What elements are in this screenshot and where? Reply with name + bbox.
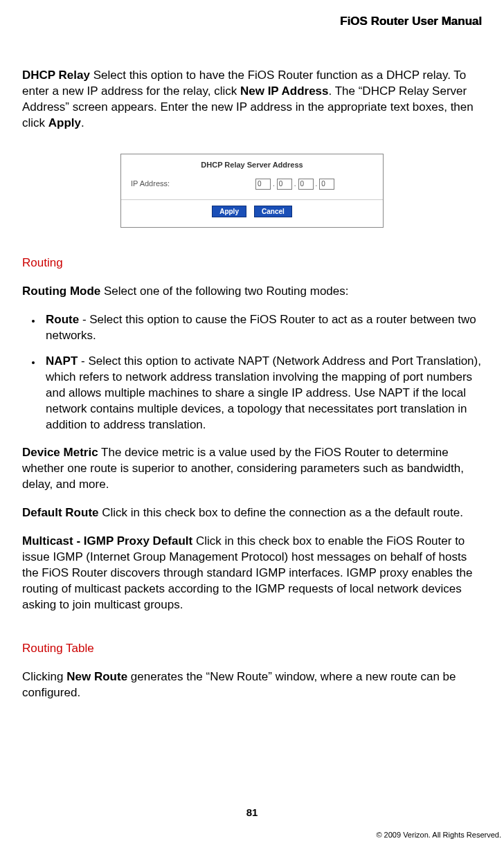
routing-heading: Routing	[22, 255, 482, 271]
ip-address-input-group: 0 . 0 . 0 . 0	[255, 179, 334, 190]
ip-address-label: IP Address:	[131, 179, 255, 189]
route-label: Route	[46, 313, 79, 326]
device-metric-paragraph: Device Metric The device metric is a val…	[22, 445, 482, 493]
ip-octet-3[interactable]: 0	[298, 179, 314, 190]
figure-title: DHCP Relay Server Address	[121, 160, 383, 170]
ip-octet-4[interactable]: 0	[319, 179, 334, 190]
text: Select one of the following two Routing …	[100, 284, 348, 298]
default-route-label: Default Route	[22, 506, 99, 519]
routing-table-heading: Routing Table	[22, 641, 482, 657]
device-metric-label: Device Metric	[22, 446, 98, 459]
text: - Select this option to activate NAPT (N…	[46, 354, 481, 431]
text: - Select this option to cause the FiOS R…	[46, 313, 476, 342]
dhcp-relay-figure: DHCP Relay Server Address IP Address: 0 …	[120, 154, 384, 228]
multicast-label: Multicast - IGMP Proxy Default	[22, 534, 192, 548]
multicast-paragraph: Multicast - IGMP Proxy Default Click in …	[22, 534, 482, 613]
copyright: © 2009 Verizon. All Rights Reserved.	[376, 830, 501, 840]
text: .	[81, 116, 84, 129]
routing-mode-label: Routing Mode	[22, 284, 100, 298]
page-header: FiOS Router User Manual	[22, 14, 482, 30]
route-list-item: Route - Select this option to cause the …	[42, 312, 482, 344]
ip-octet-1[interactable]: 0	[255, 179, 271, 190]
apply-button[interactable]: Apply	[212, 206, 246, 218]
apply-label: Apply	[48, 116, 81, 129]
new-ip-address-label: New IP Address	[240, 84, 329, 98]
napt-list-item: NAPT - Select this option to activate NA…	[42, 354, 482, 433]
dot: .	[272, 179, 276, 189]
routing-mode-paragraph: Routing Mode Select one of the following…	[22, 284, 482, 300]
default-route-paragraph: Default Route Click in this check box to…	[22, 505, 482, 521]
dot: .	[294, 179, 297, 189]
new-route-label: New Route	[66, 670, 127, 683]
cancel-button[interactable]: Cancel	[254, 206, 292, 218]
dhcp-relay-label: DHCP Relay	[22, 69, 90, 82]
text: Click in this check box to define the co…	[99, 506, 463, 519]
routing-table-paragraph: Clicking New Route generates the “New Ro…	[22, 669, 482, 701]
dhcp-relay-paragraph: DHCP Relay Select this option to have th…	[22, 68, 482, 132]
napt-label: NAPT	[46, 354, 78, 368]
ip-octet-2[interactable]: 0	[277, 179, 292, 190]
page-number: 81	[0, 806, 504, 820]
dot: .	[315, 179, 318, 189]
text: Clicking	[22, 670, 66, 683]
